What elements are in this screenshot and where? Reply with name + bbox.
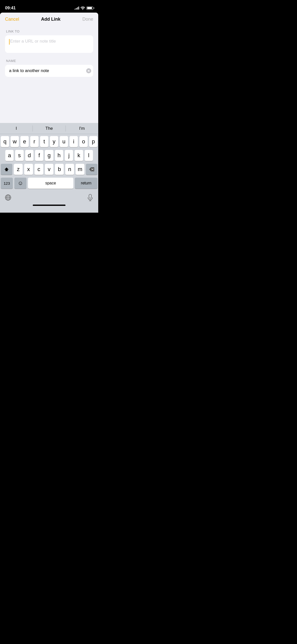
status-icons [75, 7, 93, 10]
key-v[interactable]: v [45, 164, 54, 175]
key-r[interactable]: r [30, 136, 39, 147]
dialog-title: Add Link [41, 17, 60, 22]
home-indicator [0, 203, 98, 208]
key-g[interactable]: g [45, 150, 53, 161]
url-placeholder: Enter a URL or note title [10, 39, 56, 44]
key-a[interactable]: a [5, 150, 14, 161]
home-bar [33, 205, 65, 206]
key-row-1: q w e r t y u i o p [1, 136, 97, 147]
key-row-3: z x c v b n m [1, 164, 97, 175]
key-f[interactable]: f [35, 150, 43, 161]
key-d[interactable]: d [25, 150, 34, 161]
bottom-bar [0, 191, 98, 203]
key-e[interactable]: e [20, 136, 29, 147]
url-input-container[interactable]: Enter a URL or note title [5, 35, 93, 53]
key-j[interactable]: j [65, 150, 73, 161]
nav-bar: Cancel Add Link Done [0, 13, 98, 24]
name-section: NAME a link to another note [5, 59, 93, 77]
autocomplete-item-1[interactable]: I [0, 123, 32, 134]
keyboard-area: I The I'm q w e r t y u i o p a [0, 123, 98, 213]
mic-icon[interactable] [85, 192, 95, 203]
status-time: 09:41 [5, 6, 16, 11]
text-cursor [9, 39, 10, 45]
status-bar: 09:41 [0, 0, 98, 13]
key-z[interactable]: z [14, 164, 23, 175]
link-to-label: LINK TO [5, 29, 93, 33]
autocomplete-bar: I The I'm [0, 123, 98, 134]
globe-icon[interactable] [3, 192, 13, 203]
shift-key[interactable] [1, 164, 12, 175]
signal-icon [75, 7, 79, 10]
key-p[interactable]: p [89, 136, 97, 147]
space-key[interactable]: space [28, 178, 73, 189]
clear-button[interactable] [84, 68, 89, 73]
emoji-key[interactable]: ☺ [14, 178, 26, 189]
key-s[interactable]: s [15, 150, 23, 161]
key-t[interactable]: t [40, 136, 48, 147]
key-k[interactable]: k [75, 150, 83, 161]
key-i[interactable]: i [70, 136, 78, 147]
autocomplete-item-2[interactable]: The [33, 123, 65, 134]
main-content: Cancel Add Link Done LINK TO Enter a URL… [0, 13, 98, 213]
key-n[interactable]: n [65, 164, 74, 175]
done-button[interactable]: Done [82, 17, 93, 22]
delete-key[interactable] [86, 164, 97, 175]
key-y[interactable]: y [50, 136, 58, 147]
key-x[interactable]: x [24, 164, 33, 175]
name-input-container[interactable]: a link to another note [5, 65, 93, 77]
link-to-section: LINK TO Enter a URL or note title [5, 29, 93, 53]
key-c[interactable]: c [35, 164, 43, 175]
key-w[interactable]: w [11, 136, 19, 147]
key-row-4: 123 ☺ space return [1, 178, 97, 189]
key-q[interactable]: q [1, 136, 9, 147]
keyboard-rows: q w e r t y u i o p a s d f g h j k [0, 134, 98, 189]
key-h[interactable]: h [55, 150, 63, 161]
key-u[interactable]: u [60, 136, 68, 147]
form-area: LINK TO Enter a URL or note title NAME a… [0, 24, 98, 77]
number-key[interactable]: 123 [1, 178, 13, 189]
return-key[interactable]: return [75, 178, 97, 189]
name-label: NAME [5, 59, 93, 63]
cancel-button[interactable]: Cancel [5, 17, 19, 22]
key-o[interactable]: o [79, 136, 88, 147]
key-b[interactable]: b [55, 164, 64, 175]
svg-rect-7 [89, 194, 91, 198]
key-l[interactable]: l [85, 150, 93, 161]
wifi-icon [81, 7, 85, 10]
key-row-2: a s d f g h j k l [1, 150, 97, 161]
autocomplete-item-3[interactable]: I'm [66, 123, 98, 134]
key-m[interactable]: m [76, 164, 84, 175]
name-value: a link to another note [9, 68, 84, 73]
battery-icon [86, 7, 93, 10]
